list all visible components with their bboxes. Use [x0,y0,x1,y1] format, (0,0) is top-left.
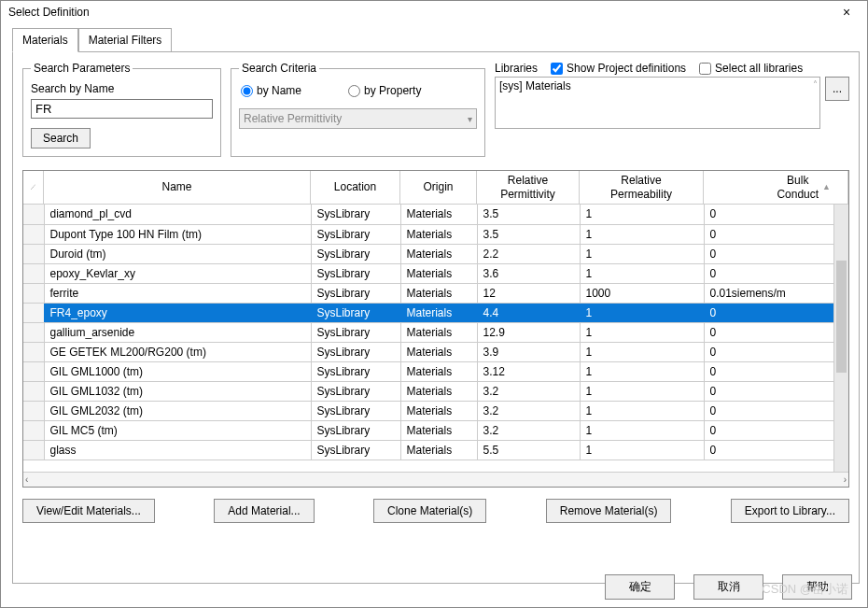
table-row[interactable]: diamond_pl_cvdSysLibraryMaterials3.510 [23,205,848,224]
dialog-window: Select Definition × Materials Material F… [0,0,868,608]
grid-header: ⟋ Name Location Origin Relative Permitti… [23,171,848,205]
radio-by-name[interactable]: by Name [241,84,301,97]
remove-material-button[interactable]: Remove Material(s) [546,499,672,523]
help-button[interactable]: 帮助 [782,574,852,600]
col-permittivity[interactable]: Relative Permittivity [477,171,580,205]
checkbox-select-all-input[interactable] [699,63,711,75]
search-criteria-group: Search Criteria by Name by Property Rela… [231,62,485,157]
materials-grid: ⟋ Name Location Origin Relative Permitti… [22,170,849,488]
tabs: Materials Material Filters [12,27,860,51]
titlebar: Select Definition × [1,1,867,23]
search-criteria-legend: Search Criteria [239,62,319,75]
ok-button[interactable]: 确定 [605,574,675,600]
search-by-name-label: Search by Name [31,82,213,95]
dialog-footer: 确定 取消 帮助 [605,574,852,600]
vertical-scrollbar[interactable] [833,205,848,472]
radio-by-name-input[interactable] [241,85,253,97]
table-row[interactable]: GIL GML1032 (tm)SysLibraryMaterials3.210 [23,381,848,401]
col-location[interactable]: Location [311,171,400,205]
clone-material-button[interactable]: Clone Material(s) [373,499,486,523]
add-material-button[interactable]: Add Material... [214,499,314,523]
tab-materials[interactable]: Materials [12,28,78,52]
action-buttons-row: View/Edit Materials... Add Material... C… [22,499,849,523]
export-library-button[interactable]: Export to Library... [731,499,849,523]
grid-body[interactable]: diamond_pl_cvdSysLibraryMaterials3.510Du… [23,205,848,472]
table-row[interactable]: Dupont Type 100 HN Film (tm)SysLibraryMa… [23,224,848,244]
horizontal-scrollbar[interactable]: ‹› [23,472,848,487]
scroll-right-icon[interactable]: › [844,474,847,485]
checkbox-show-project[interactable]: Show Project definitions [551,62,686,75]
search-button[interactable]: Search [31,128,91,148]
table-row[interactable]: GIL GML1000 (tm)SysLibraryMaterials3.121… [23,361,848,381]
col-name[interactable]: Name [44,171,311,205]
chevron-up-icon: ˄ [813,79,818,90]
col-origin[interactable]: Origin [400,171,477,205]
search-params-legend: Search Parameters [31,62,133,75]
table-row[interactable]: gallium_arsenideSysLibraryMaterials12.91… [23,322,848,342]
cancel-button[interactable]: 取消 [693,574,763,600]
table-row[interactable]: ferriteSysLibraryMaterials1210000.01siem… [23,283,848,303]
close-icon[interactable]: × [833,3,860,21]
table-row[interactable]: GIL MC5 (tm)SysLibraryMaterials3.210 [23,420,848,440]
sort-up-icon: ▲ [822,182,831,192]
library-item[interactable]: [sys] Materials [499,79,571,92]
table-row[interactable]: GE GETEK ML200/RG200 (tm)SysLibraryMater… [23,342,848,361]
checkbox-select-all[interactable]: Select all libraries [699,62,803,75]
table-row[interactable]: GIL GML2032 (tm)SysLibraryMaterials3.210 [23,401,848,420]
libraries-label: Libraries [495,62,538,75]
radio-by-property[interactable]: by Property [348,84,421,97]
table-row[interactable]: Duroid (tm)SysLibraryMaterials2.210 [23,244,848,263]
view-edit-button[interactable]: View/Edit Materials... [22,499,155,523]
col-sort-icon[interactable]: ⟋ [23,171,44,205]
table-row[interactable]: glassSysLibraryMaterials5.510 [23,440,848,460]
libraries-area: Libraries Show Project definitions Selec… [495,62,849,157]
scroll-thumb[interactable] [836,261,847,373]
libraries-browse-button[interactable]: ... [825,77,849,101]
chevron-down-icon: ▾ [468,114,472,124]
property-dropdown: Relative Permittivity ▾ [239,108,477,129]
radio-by-property-input[interactable] [348,85,360,97]
window-title: Select Definition [8,6,90,19]
checkbox-show-project-input[interactable] [551,63,563,75]
col-bulk[interactable]: Bulk Conduct ▲ [704,171,848,205]
table-row[interactable]: epoxy_Kevlar_xySysLibraryMaterials3.610 [23,263,848,283]
table-row[interactable]: FR4_epoxySysLibraryMaterials4.410 [23,303,848,322]
search-input[interactable] [31,99,213,119]
scroll-left-icon[interactable]: ‹ [25,474,28,485]
tab-panel-materials: Search Parameters Search by Name Search … [12,51,860,584]
libraries-listbox[interactable]: [sys] Materials ˄ [495,77,820,129]
col-permeability[interactable]: Relative Permeability [580,171,704,205]
search-parameters-group: Search Parameters Search by Name Search [22,62,221,157]
tab-material-filters[interactable]: Material Filters [78,28,173,52]
